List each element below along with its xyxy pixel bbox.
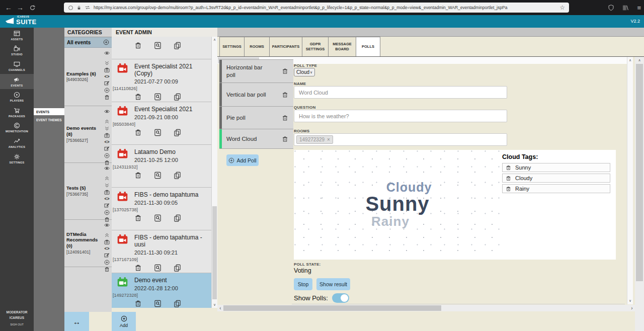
preview-icon[interactable] — [154, 93, 162, 101]
move-down-icon[interactable] — [104, 126, 110, 131]
trash-icon[interactable] — [134, 264, 142, 272]
sidebar-item-packages[interactable]: PACKAGES — [0, 105, 34, 120]
poll-item-pie[interactable]: Pie poll — [219, 107, 293, 129]
edit-icon[interactable] — [104, 253, 110, 258]
preview-icon[interactable] — [154, 214, 162, 222]
scroll-left-arrow[interactable]: ‹ — [217, 305, 223, 311]
trash-icon[interactable] — [282, 115, 288, 121]
category-item[interactable]: Tests (5)[75366735] <> — [64, 163, 112, 220]
show-polls-toggle[interactable] — [332, 293, 349, 303]
event-list-item[interactable]: FIBS - demo tapahtuma2021-11-30 09:05 [1… — [112, 188, 211, 230]
library-icon[interactable] — [622, 5, 629, 11]
copy-icon[interactable] — [174, 300, 181, 307]
move-down-icon[interactable] — [104, 60, 110, 66]
poll-item-horizontal-bar[interactable]: Horizontal bar poll — [219, 59, 293, 83]
category-all-events[interactable]: All events — [64, 37, 112, 48]
room-tag-chip[interactable]: 149272329 × — [296, 135, 333, 144]
add-icon[interactable] — [104, 210, 110, 215]
poll-item-vertical-bar[interactable]: Vertical bar poll — [219, 83, 293, 107]
tab-settings[interactable]: SETTINGS — [219, 37, 245, 57]
embed-code-icon[interactable]: <> — [105, 140, 110, 144]
category-item[interactable]: Demo events (8)[75366527] <> — [64, 106, 112, 163]
poll-item-word-cloud[interactable]: Word Cloud — [219, 129, 293, 149]
trash-icon[interactable] — [506, 176, 511, 181]
submenu-item-event-themes[interactable]: EVENT THEMES — [34, 116, 64, 123]
tab-polls[interactable]: POLLS — [356, 37, 380, 57]
scrollbar-thumb[interactable] — [223, 305, 441, 311]
rooms-input[interactable]: 149272329 × — [294, 133, 507, 146]
url-bar[interactable]: https://my.icareus.com/group/ovp-demo/mu… — [64, 3, 569, 13]
poll-question-input[interactable] — [294, 110, 507, 122]
swap-panels-button[interactable]: ↔ — [64, 312, 89, 331]
thumbnail-icon[interactable] — [104, 239, 110, 245]
event-list-item[interactable]: FIBS - demo tapahtuma -uusi2021-11-30 09… — [112, 230, 211, 273]
cloud-tag-row[interactable]: Sunny — [502, 163, 610, 172]
horizontal-scrollbar[interactable]: ‹ › — [217, 305, 635, 311]
trash-icon[interactable] — [282, 68, 288, 74]
thumbnail-icon[interactable] — [104, 67, 110, 73]
add-poll-button[interactable]: Add Poll — [226, 154, 259, 166]
add-icon[interactable] — [104, 260, 110, 265]
embed-code-icon[interactable]: <> — [105, 197, 110, 201]
poll-type-select[interactable]: Cloud ∨ — [294, 68, 315, 76]
visibility-eye-icon[interactable] — [104, 109, 110, 114]
sidebar-item-analytics[interactable]: ANALYTICS — [0, 135, 34, 151]
trash-icon[interactable] — [134, 93, 142, 101]
event-list-item-selected[interactable]: Demo event2022-01-28 12:00 [149272328] — [112, 273, 211, 308]
add-icon[interactable] — [104, 153, 110, 158]
add-event-button[interactable]: Add — [112, 312, 136, 331]
scrollbar-thumb[interactable] — [636, 64, 643, 281]
trash-icon[interactable] — [104, 267, 110, 272]
sidebar-item-events[interactable]: EVENTS — [0, 74, 34, 90]
edit-icon[interactable] — [104, 80, 110, 86]
sidebar-item-channels[interactable]: CHANNELS — [0, 58, 34, 74]
icareus-suite-logo[interactable]: ICAREUS SUITE — [5, 16, 37, 25]
content-vertical-scrollbar[interactable]: ∧ ∨ — [627, 57, 633, 304]
exchange-icon[interactable] — [85, 5, 91, 10]
category-item[interactable]: DTMedia Recommends (0)[124091401] <> — [64, 220, 112, 267]
event-list-item[interactable]: Event Specialist 2021 (Copy)2021-07-27 0… — [112, 59, 211, 102]
move-up-icon[interactable] — [104, 119, 110, 124]
stop-button[interactable]: Stop — [294, 278, 312, 290]
tab-rooms[interactable]: ROOMS — [245, 37, 270, 57]
move-up-icon[interactable] — [104, 176, 110, 181]
sidebar-item-studio[interactable]: STUDIO — [0, 43, 34, 59]
site-info-icon[interactable] — [68, 5, 73, 11]
show-result-button[interactable]: Show result — [316, 278, 350, 290]
trash-icon[interactable] — [506, 186, 511, 192]
sidebar-item-monetization[interactable]: MONETIZATION — [0, 120, 34, 136]
tab-participants[interactable]: PARTICIPANTS — [270, 37, 302, 57]
trash-icon[interactable] — [134, 129, 142, 136]
copy-icon[interactable] — [174, 264, 181, 272]
sidebar-item-players[interactable]: PLAYERS — [0, 89, 34, 105]
cloud-tag-row[interactable]: Rainy — [502, 184, 610, 193]
scroll-down-arrow[interactable]: ∨ — [212, 302, 217, 308]
scroll-up-arrow[interactable]: ∧ — [627, 57, 633, 63]
trash-icon[interactable] — [282, 136, 288, 142]
scroll-right-arrow[interactable]: › — [629, 305, 635, 311]
scroll-up-arrow[interactable]: ∧ — [212, 37, 217, 43]
page-vertical-scrollbar[interactable]: ∧ ∨ — [635, 57, 644, 331]
category-item[interactable]: Examples (6)[64903026] <> — [64, 48, 112, 106]
remove-tag-icon[interactable]: × — [327, 137, 330, 142]
thumbnail-icon[interactable] — [104, 133, 110, 138]
preview-icon[interactable] — [154, 264, 162, 272]
event-list-item[interactable]: Lataamo Demo2021-10-25 12:00 [124311932] — [112, 145, 211, 188]
visibility-eye-icon[interactable] — [104, 222, 110, 228]
add-icon[interactable] — [104, 88, 110, 93]
embed-code-icon[interactable]: <> — [105, 246, 110, 251]
event-list-scrollbar[interactable]: ∧ ∨ — [211, 37, 217, 308]
tab-message-board[interactable]: MESSAGE BOARD — [329, 37, 356, 57]
browser-forward-button[interactable]: → — [17, 0, 24, 15]
thumbnail-icon[interactable] — [104, 190, 110, 195]
event-list-item-partial[interactable] — [112, 42, 211, 59]
sign-out-link[interactable]: SIGH OUT — [0, 322, 34, 327]
url-text[interactable]: https://my.icareus.com/group/ovp-demo/mu… — [94, 5, 556, 10]
edit-icon[interactable] — [104, 146, 110, 151]
scroll-down-arrow[interactable]: ∨ — [627, 298, 633, 304]
copy-icon[interactable] — [174, 93, 181, 101]
move-up-icon[interactable] — [104, 232, 110, 238]
shield-icon[interactable] — [608, 5, 614, 11]
scrollbar-thumb[interactable] — [212, 206, 217, 299]
copy-icon[interactable] — [174, 42, 181, 49]
